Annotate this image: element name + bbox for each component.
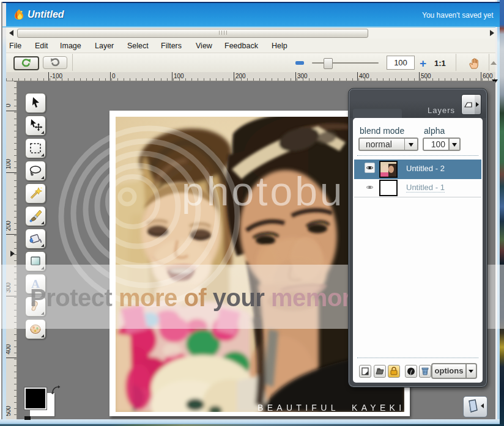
svg-text:photobu: photobu	[182, 169, 345, 214]
